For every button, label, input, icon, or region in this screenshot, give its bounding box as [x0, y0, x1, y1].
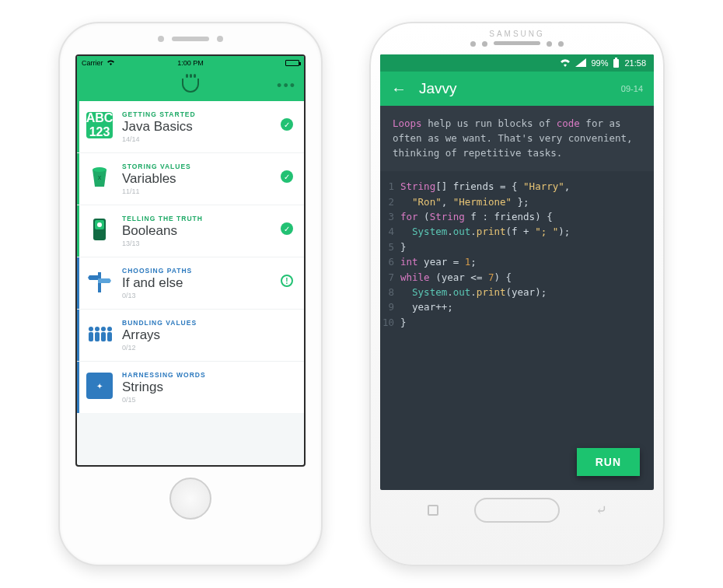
- date-label: 09-14: [621, 84, 643, 93]
- svg-rect-13: [95, 332, 100, 341]
- lesson-card-strings[interactable]: ✦ HARNESSING WORDS Strings 0/15: [77, 362, 304, 413]
- iphone-home-button[interactable]: [169, 478, 211, 520]
- lesson-card-arrays[interactable]: BUNDLING VALUES Arrays 0/12: [77, 310, 304, 362]
- app-title: Javvy: [419, 80, 457, 97]
- svg-rect-15: [107, 332, 112, 341]
- svg-point-0: [93, 167, 107, 172]
- android-home-button[interactable]: [474, 498, 560, 523]
- lesson-title: Strings: [122, 380, 293, 395]
- svg-rect-16: [613, 59, 619, 68]
- samsung-sensors: [470, 41, 564, 47]
- svg-text:x: x: [98, 173, 102, 181]
- wifi-icon: [560, 58, 571, 68]
- lesson-progress: 11/11: [122, 187, 271, 195]
- lesson-eyebrow: BUNDLING VALUES: [122, 319, 293, 327]
- lesson-explanation: Loops help us run blocks of code for as …: [380, 106, 654, 171]
- lesson-title: If and else: [122, 275, 271, 291]
- svg-rect-17: [615, 58, 617, 59]
- lesson-title: Variables: [122, 171, 271, 187]
- lesson-title: Arrays: [122, 327, 293, 343]
- svg-marker-7: [98, 278, 111, 283]
- signal-icon: [575, 58, 586, 68]
- check-icon: ✓: [281, 118, 293, 131]
- svg-rect-14: [101, 332, 106, 341]
- lesson-eyebrow: STORING VALUES: [122, 163, 271, 170]
- lesson-eyebrow: CHOOSING PATHS: [122, 267, 271, 275]
- lesson-card-variables[interactable]: x STORING VALUES Variables 11/11 ✓: [77, 153, 304, 205]
- android-status-bar: 99% 21:58: [380, 54, 654, 72]
- lesson-eyebrow: GETTING STARTED: [122, 110, 271, 118]
- lesson-card-java-basics[interactable]: ABC123 GETTING STARTED Java Basics 14/14…: [77, 101, 304, 153]
- battery-icon: [613, 58, 620, 69]
- battery-label: 99%: [591, 58, 608, 68]
- iphone-screen: Carrier 1:00 PM ••• ABC123 GETTING START…: [75, 54, 306, 467]
- carrier-label: Carrier: [82, 59, 103, 67]
- svg-point-10: [101, 327, 106, 331]
- iphone-sensors: [158, 36, 223, 42]
- android-back-button[interactable]: ⤶: [596, 502, 607, 519]
- ios-nav-bar: •••: [77, 70, 304, 101]
- switch-icon: [86, 216, 113, 243]
- lessons-list: ABC123 GETTING STARTED Java Basics 14/14…: [77, 101, 304, 465]
- svg-point-9: [95, 327, 100, 331]
- lesson-title: Booleans: [122, 223, 271, 239]
- basics-icon: ABC123: [86, 112, 113, 138]
- lesson-progress: 0/13: [122, 292, 271, 299]
- lesson-eyebrow: HARNESSING WORDS: [122, 371, 293, 379]
- people-icon: [86, 320, 113, 347]
- check-icon: ✓: [281, 170, 293, 183]
- lesson-progress: 0/12: [122, 344, 293, 352]
- lesson-progress: 0/15: [122, 396, 293, 404]
- compass-icon: ✦: [86, 373, 113, 399]
- svg-point-4: [97, 222, 102, 227]
- lesson-progress: 14/14: [122, 135, 271, 143]
- iphone-device-frame: Carrier 1:00 PM ••• ABC123 GETTING START…: [58, 22, 323, 566]
- back-button[interactable]: ←: [391, 80, 407, 98]
- wifi-icon: [107, 59, 115, 67]
- lesson-card-if-else[interactable]: CHOOSING PATHS If and else 0/13 !: [77, 257, 304, 310]
- more-menu-button[interactable]: •••: [277, 78, 296, 94]
- android-nav-bar: ← Javvy 09-14: [380, 72, 654, 106]
- android-nav-buttons: ⤶: [428, 498, 607, 523]
- alert-icon: !: [281, 275, 293, 287]
- samsung-device-frame: SAMSUNG 99% 21:58 ← Javvy 09-14 Loops he…: [369, 22, 665, 566]
- run-button[interactable]: RUN: [577, 448, 640, 476]
- lesson-eyebrow: TELLING THE TRUTH: [122, 215, 271, 222]
- battery-icon: [285, 60, 299, 66]
- samsung-brand-label: SAMSUNG: [489, 30, 545, 38]
- lesson-card-booleans[interactable]: TELLING THE TRUTH Booleans 13/13 ✓: [77, 205, 304, 257]
- lesson-progress: 13/13: [122, 240, 271, 247]
- svg-point-11: [107, 327, 112, 331]
- check-icon: ✓: [281, 222, 293, 235]
- clock-label: 21:58: [624, 58, 646, 68]
- bucket-icon: x: [86, 164, 113, 191]
- ios-status-bar: Carrier 1:00 PM: [77, 56, 304, 70]
- recents-button[interactable]: [428, 505, 438, 516]
- svg-rect-12: [89, 332, 93, 341]
- signpost-icon: [86, 268, 113, 295]
- samsung-screen: 99% 21:58 ← Javvy 09-14 Loops help us ru…: [380, 54, 654, 490]
- svg-point-8: [89, 327, 93, 331]
- lesson-title: Java Basics: [122, 119, 271, 135]
- app-logo-icon: [182, 79, 199, 93]
- code-block: 1String[] friends = { "Harry",2 "Ron", "…: [380, 171, 654, 330]
